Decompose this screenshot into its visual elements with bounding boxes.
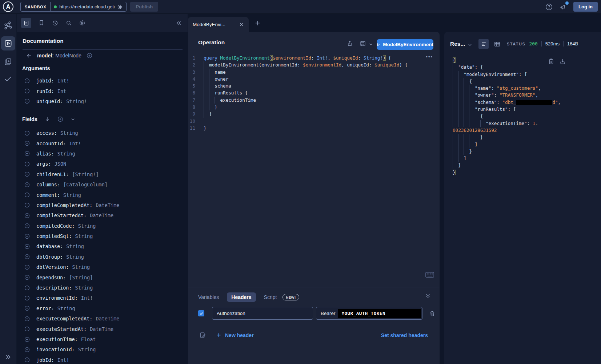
doc-field-row[interactable]: database:String <box>17 241 188 251</box>
field-type[interactable]: Int! <box>81 295 93 301</box>
doc-field-row[interactable]: access:String <box>17 128 188 138</box>
connection-settings-icon[interactable] <box>117 4 123 10</box>
add-to-query-icon[interactable] <box>24 140 30 146</box>
checklist-nav-icon[interactable] <box>4 57 12 66</box>
add-all-fields-icon[interactable] <box>57 116 64 122</box>
add-to-query-icon[interactable] <box>24 305 30 311</box>
doc-field-row[interactable]: executeStartedAt:DateTime <box>17 324 188 334</box>
add-to-query-icon[interactable] <box>24 130 30 136</box>
response-dropdown-chevron-icon[interactable] <box>468 43 472 47</box>
doc-field-row[interactable]: jobId:Int! <box>17 355 188 364</box>
add-to-query-icon[interactable] <box>24 78 30 84</box>
field-type[interactable]: Int <box>57 88 66 94</box>
header-key-input[interactable]: Authorization <box>212 307 313 320</box>
add-to-query-icon[interactable] <box>24 357 30 363</box>
doc-field-row[interactable]: executeCompletedAt:DateTime <box>17 314 188 324</box>
search-icon[interactable] <box>65 20 72 26</box>
add-to-query-icon[interactable] <box>24 150 30 157</box>
field-type[interactable]: [CatalogColumn] <box>63 182 108 187</box>
add-to-query-icon[interactable] <box>24 223 30 229</box>
add-field-to-query-icon[interactable] <box>86 52 93 59</box>
header-value-input[interactable]: Bearer YOUR_AUTH_TOKEN <box>316 307 422 320</box>
doc-field-row[interactable]: dbtGroup:String <box>17 252 188 262</box>
response-json[interactable]: {"data": {"modelByEnvironment": [{"name"… <box>453 57 598 176</box>
operation-editor[interactable]: 1query ModelByEnvironment($environmentId… <box>188 54 434 132</box>
doc-field-row[interactable]: error:String <box>17 303 188 314</box>
expand-rail-icon[interactable] <box>5 354 11 360</box>
add-to-query-icon[interactable] <box>24 88 30 94</box>
tab-headers[interactable]: Headers <box>227 292 256 302</box>
doc-field-row[interactable]: compileStartedAt:DateTime <box>17 210 188 221</box>
announcements-icon[interactable] <box>559 3 567 11</box>
field-type[interactable]: String <box>57 151 75 157</box>
add-to-query-icon[interactable] <box>24 98 30 104</box>
field-type[interactable]: Int! <box>57 78 69 84</box>
tab-script[interactable]: Script <box>264 294 277 300</box>
operation-tab[interactable]: ModelByEnvi... <box>188 17 249 32</box>
collapse-footer-panel-icon[interactable] <box>425 293 431 299</box>
field-type[interactable]: String <box>75 233 93 239</box>
field-type[interactable]: String <box>66 243 84 249</box>
sort-fields-icon[interactable] <box>44 116 50 122</box>
doc-crumb-type[interactable]: ModelNode <box>55 53 81 58</box>
add-to-query-icon[interactable] <box>24 316 30 322</box>
doc-settings-icon[interactable] <box>79 20 85 26</box>
doc-field-row[interactable]: compiledCode:String <box>17 221 188 231</box>
add-to-query-icon[interactable] <box>24 192 30 198</box>
field-type[interactable]: String <box>63 192 81 198</box>
editor-more-menu-icon[interactable]: ••• <box>426 54 433 59</box>
bookmarks-icon[interactable] <box>38 20 45 26</box>
doc-field-row[interactable]: compileCompletedAt:DateTime <box>17 200 188 210</box>
formatted-view-toggle[interactable] <box>478 39 489 49</box>
field-type[interactable]: [String!] <box>72 171 99 177</box>
add-to-query-icon[interactable] <box>24 233 30 239</box>
download-response-icon[interactable] <box>560 58 566 65</box>
add-to-query-icon[interactable] <box>24 295 30 301</box>
doc-field-row[interactable]: invocationId:String <box>17 344 188 355</box>
field-type[interactable]: DateTime <box>96 316 119 321</box>
collapse-doc-panel-icon[interactable] <box>176 20 182 26</box>
doc-field-row[interactable]: description:String <box>17 283 188 293</box>
field-type[interactable]: JSON <box>55 161 67 167</box>
field-type[interactable]: String <box>78 347 96 352</box>
copy-response-icon[interactable] <box>548 58 554 65</box>
field-type[interactable]: [String] <box>69 275 93 280</box>
checks-nav-icon[interactable] <box>4 74 13 83</box>
doc-field-row[interactable]: dependsOn:[String] <box>17 272 188 282</box>
new-header-button[interactable]: New header <box>216 332 254 338</box>
field-type[interactable]: Int! <box>57 357 69 363</box>
doc-field-row[interactable]: comment:String <box>17 190 188 200</box>
table-view-toggle[interactable] <box>494 41 501 48</box>
add-to-query-icon[interactable] <box>24 264 30 270</box>
history-icon[interactable] <box>52 20 59 27</box>
field-type[interactable]: String <box>78 223 96 229</box>
add-to-query-icon[interactable] <box>24 285 30 291</box>
save-operation-icon[interactable] <box>360 40 366 47</box>
explorer-nav-item[interactable] <box>1 36 15 50</box>
doc-field-row[interactable]: environmentId:Int! <box>17 293 188 303</box>
add-to-query-icon[interactable] <box>24 274 30 280</box>
field-type[interactable]: DateTime <box>90 213 113 218</box>
set-shared-headers-link[interactable]: Set shared headers <box>381 332 428 338</box>
documentation-tab-icon[interactable] <box>21 18 31 28</box>
field-type[interactable]: String <box>75 285 93 291</box>
doc-field-row[interactable]: compiledSql:String <box>17 231 188 241</box>
doc-field-row[interactable]: columns:[CatalogColumn] <box>17 179 188 190</box>
doc-field-row[interactable]: childrenL1:[String!] <box>17 169 188 179</box>
field-type[interactable]: Float <box>81 336 96 342</box>
apollo-logo[interactable]: A <box>3 1 13 12</box>
login-button[interactable]: Log in <box>573 2 598 12</box>
field-type[interactable]: String <box>57 306 75 311</box>
doc-field-row[interactable]: executionTime:Float <box>17 334 188 344</box>
doc-argument-row[interactable]: runId:Int <box>17 86 188 96</box>
add-to-query-icon[interactable] <box>24 347 30 353</box>
back-arrow-icon[interactable] <box>26 53 32 59</box>
doc-field-row[interactable]: args:JSON <box>17 159 188 169</box>
add-to-query-icon[interactable] <box>24 161 30 167</box>
field-type[interactable]: String <box>72 264 90 270</box>
add-to-query-icon[interactable] <box>24 202 30 208</box>
header-enabled-checkbox[interactable] <box>198 310 204 316</box>
help-icon[interactable] <box>545 3 553 11</box>
share-operation-icon[interactable] <box>346 40 353 47</box>
tab-variables[interactable]: Variables <box>198 294 219 300</box>
